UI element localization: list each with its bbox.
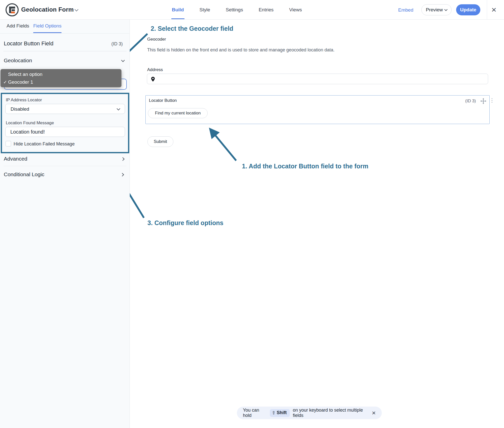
locator-button-field[interactable]: Locator Button (ID 3) ⋮ Find my current …: [145, 95, 490, 124]
toast-text-before: You can hold: [243, 408, 267, 418]
annotation-step-3: 3. Configure field options: [147, 219, 223, 227]
form-switcher-chevron-down-icon[interactable]: [75, 8, 79, 12]
hide-location-failed-label: Hide Location Failed Message: [14, 141, 75, 147]
main-nav: Build Style Settings Entries Views: [171, 0, 302, 20]
preview-button-label: Preview: [426, 7, 443, 13]
check-icon: ✓: [3, 79, 7, 85]
form-title: Geolocation Form: [21, 6, 74, 13]
divider: [3, 51, 127, 51]
toast-text-after: on your keyboard to select multiple fiel…: [293, 408, 368, 418]
tab-entries[interactable]: Entries: [258, 1, 274, 19]
geocoder-field-label: Geocoder: [147, 37, 166, 42]
locator-button-label: Locator Button: [149, 98, 177, 103]
chevron-down-icon: [117, 107, 120, 110]
field-menu-kebab-icon[interactable]: ⋮: [489, 97, 495, 104]
header-divider: [487, 0, 487, 20]
dropdown-option-geocoder-1[interactable]: Geocoder 1: [8, 79, 33, 85]
tab-views[interactable]: Views: [289, 1, 302, 19]
hide-location-failed-checkbox[interactable]: [6, 141, 11, 146]
formidable-logo-icon: [6, 3, 19, 16]
tab-build[interactable]: Build: [171, 1, 184, 19]
geocoder-field-description: This field is hidden on the front end an…: [147, 47, 335, 53]
close-icon[interactable]: ×: [491, 5, 496, 14]
shift-hint-toast: You can hold ⇧ Shift on your keyboard to…: [237, 407, 382, 419]
field-options-title: Locator Button Field: [4, 40, 53, 47]
location-found-message-label: Location Found Message: [6, 120, 54, 126]
divider: [3, 166, 127, 166]
sidebar-tabs: Add Fields Field Options: [0, 20, 130, 34]
chevron-right-icon[interactable]: [121, 157, 124, 161]
location-found-message-input[interactable]: [5, 127, 125, 137]
tab-settings[interactable]: Settings: [225, 1, 244, 19]
ip-address-locator-select[interactable]: Disabled: [5, 104, 125, 114]
address-field-label: Address: [147, 67, 163, 72]
address-input[interactable]: [147, 74, 488, 84]
submit-button[interactable]: Submit: [147, 136, 173, 147]
shift-key-badge: ⇧ Shift: [270, 409, 290, 417]
shift-key-label: Shift: [277, 410, 287, 415]
locator-field-id-badge: (ID 3): [465, 99, 476, 104]
chevron-right-icon[interactable]: [120, 173, 124, 176]
annotation-step-1: 1. Add the Locator Button field to the f…: [242, 163, 368, 170]
tab-add-fields[interactable]: Add Fields: [7, 23, 29, 29]
field-id-badge: (ID 3): [111, 41, 123, 47]
tab-field-options[interactable]: Field Options: [33, 23, 61, 29]
find-location-button[interactable]: Find my current location: [148, 108, 208, 118]
geocoder-dropdown-menu: Select an option ✓ Geocoder 1: [1, 69, 121, 87]
field-options-sidebar: Add Fields Field Options Locator Button …: [0, 20, 130, 428]
section-advanced[interactable]: Advanced: [4, 156, 27, 162]
chevron-down-icon[interactable]: [121, 58, 125, 62]
map-pin-icon: [150, 76, 156, 82]
chevron-down-icon: [444, 8, 448, 11]
update-button[interactable]: Update: [456, 4, 480, 15]
field-options-panel: IP Address Locator Disabled Location Fou…: [1, 93, 129, 153]
shift-arrow-icon: ⇧: [272, 410, 276, 416]
annotation-step-2: 2. Select the Geocoder field: [151, 25, 233, 32]
section-conditional-logic[interactable]: Conditional Logic: [4, 171, 44, 177]
move-handle-icon[interactable]: [480, 98, 486, 104]
tab-style[interactable]: Style: [199, 1, 211, 19]
ip-address-locator-value: Disabled: [11, 106, 29, 112]
dropdown-option-select-an-option[interactable]: Select an option: [8, 72, 42, 77]
top-bar: Geolocation Form Build Style Settings En…: [0, 0, 504, 20]
toast-close-icon[interactable]: ×: [372, 410, 376, 416]
preview-button[interactable]: Preview: [421, 4, 452, 15]
embed-link[interactable]: Embed: [398, 7, 413, 13]
section-geolocation[interactable]: Geolocation: [4, 57, 32, 64]
ip-address-locator-label: IP Address Locator: [6, 98, 42, 103]
